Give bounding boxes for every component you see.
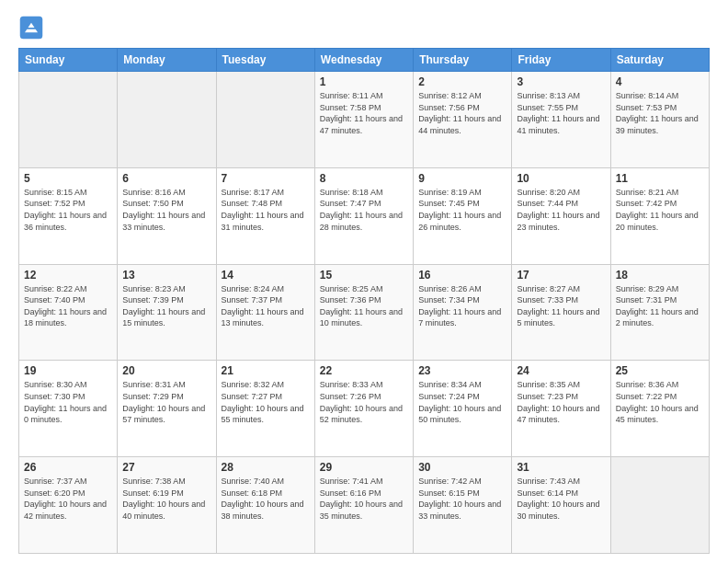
day-cell: 5Sunrise: 8:15 AM Sunset: 7:52 PM Daylig… [19,167,118,264]
day-number: 4 [616,75,704,88]
day-info: Sunrise: 8:25 AM Sunset: 7:36 PM Dayligh… [320,283,408,329]
day-cell: 4Sunrise: 8:14 AM Sunset: 7:53 PM Daylig… [610,72,709,168]
day-cell [19,72,118,168]
day-cell: 21Sunrise: 8:32 AM Sunset: 7:27 PM Dayli… [216,361,314,457]
week-row-5: 26Sunrise: 7:37 AM Sunset: 6:20 PM Dayli… [19,457,710,554]
day-number: 20 [122,364,210,377]
day-number: 22 [320,364,408,377]
col-header-friday: Friday [512,49,610,72]
day-number: 29 [320,461,408,474]
day-info: Sunrise: 8:13 AM Sunset: 7:55 PM Dayligh… [517,90,605,136]
header [18,15,710,40]
calendar-header-row: SundayMondayTuesdayWednesdayThursdayFrid… [19,49,710,72]
day-number: 3 [517,75,605,88]
day-number: 8 [320,172,408,185]
day-info: Sunrise: 7:40 AM Sunset: 6:18 PM Dayligh… [222,476,310,522]
week-row-3: 12Sunrise: 8:22 AM Sunset: 7:40 PM Dayli… [19,264,710,361]
day-info: Sunrise: 8:17 AM Sunset: 7:48 PM Dayligh… [222,187,310,233]
day-cell: 15Sunrise: 8:25 AM Sunset: 7:36 PM Dayli… [314,264,413,361]
day-number: 6 [122,172,210,185]
day-number: 11 [616,172,704,185]
logo-icon [18,15,44,40]
day-cell: 2Sunrise: 8:12 AM Sunset: 7:56 PM Daylig… [414,72,512,168]
day-number: 18 [616,269,704,282]
col-header-saturday: Saturday [610,49,709,72]
day-number: 28 [222,461,310,474]
day-number: 30 [418,461,506,474]
day-cell: 31Sunrise: 7:43 AM Sunset: 6:14 PM Dayli… [512,457,610,554]
col-header-wednesday: Wednesday [314,49,413,72]
day-info: Sunrise: 8:19 AM Sunset: 7:45 PM Dayligh… [418,187,506,233]
day-info: Sunrise: 8:34 AM Sunset: 7:24 PM Dayligh… [418,379,506,425]
week-row-4: 19Sunrise: 8:30 AM Sunset: 7:30 PM Dayli… [19,361,710,457]
day-info: Sunrise: 8:26 AM Sunset: 7:34 PM Dayligh… [418,283,506,329]
day-info: Sunrise: 8:29 AM Sunset: 7:31 PM Dayligh… [616,283,704,329]
day-number: 26 [24,461,112,474]
day-number: 14 [222,269,310,282]
day-number: 1 [320,75,408,88]
day-number: 24 [517,364,605,377]
day-number: 17 [517,269,605,282]
day-info: Sunrise: 8:11 AM Sunset: 7:58 PM Dayligh… [320,90,408,136]
day-info: Sunrise: 7:43 AM Sunset: 6:14 PM Dayligh… [517,476,605,522]
day-cell: 22Sunrise: 8:33 AM Sunset: 7:26 PM Dayli… [314,361,413,457]
logo [18,15,48,40]
day-info: Sunrise: 7:42 AM Sunset: 6:15 PM Dayligh… [418,476,506,522]
day-cell: 28Sunrise: 7:40 AM Sunset: 6:18 PM Dayli… [216,457,314,554]
day-cell: 18Sunrise: 8:29 AM Sunset: 7:31 PM Dayli… [610,264,709,361]
day-cell: 27Sunrise: 7:38 AM Sunset: 6:19 PM Dayli… [118,457,216,554]
col-header-sunday: Sunday [19,49,118,72]
day-number: 5 [24,172,112,185]
day-cell: 13Sunrise: 8:23 AM Sunset: 7:39 PM Dayli… [118,264,216,361]
day-cell: 23Sunrise: 8:34 AM Sunset: 7:24 PM Dayli… [414,361,512,457]
day-info: Sunrise: 8:21 AM Sunset: 7:42 PM Dayligh… [616,187,704,233]
day-cell: 16Sunrise: 8:26 AM Sunset: 7:34 PM Dayli… [414,264,512,361]
day-cell: 25Sunrise: 8:36 AM Sunset: 7:22 PM Dayli… [610,361,709,457]
day-cell: 26Sunrise: 7:37 AM Sunset: 6:20 PM Dayli… [19,457,118,554]
day-cell: 19Sunrise: 8:30 AM Sunset: 7:30 PM Dayli… [19,361,118,457]
day-cell: 11Sunrise: 8:21 AM Sunset: 7:42 PM Dayli… [610,167,709,264]
day-cell: 8Sunrise: 8:18 AM Sunset: 7:47 PM Daylig… [314,167,413,264]
day-number: 2 [418,75,506,88]
day-cell [216,72,314,168]
calendar-table: SundayMondayTuesdayWednesdayThursdayFrid… [18,48,710,554]
day-info: Sunrise: 8:31 AM Sunset: 7:29 PM Dayligh… [122,379,210,425]
day-cell: 1Sunrise: 8:11 AM Sunset: 7:58 PM Daylig… [314,72,413,168]
day-info: Sunrise: 8:22 AM Sunset: 7:40 PM Dayligh… [24,283,112,329]
day-info: Sunrise: 8:27 AM Sunset: 7:33 PM Dayligh… [517,283,605,329]
day-number: 16 [418,269,506,282]
day-info: Sunrise: 8:36 AM Sunset: 7:22 PM Dayligh… [616,379,704,425]
day-info: Sunrise: 8:30 AM Sunset: 7:30 PM Dayligh… [24,379,112,425]
day-cell: 10Sunrise: 8:20 AM Sunset: 7:44 PM Dayli… [512,167,610,264]
day-info: Sunrise: 8:20 AM Sunset: 7:44 PM Dayligh… [517,187,605,233]
day-info: Sunrise: 8:24 AM Sunset: 7:37 PM Dayligh… [222,283,310,329]
day-info: Sunrise: 8:12 AM Sunset: 7:56 PM Dayligh… [418,90,506,136]
day-info: Sunrise: 8:18 AM Sunset: 7:47 PM Dayligh… [320,187,408,233]
day-number: 23 [418,364,506,377]
day-info: Sunrise: 7:37 AM Sunset: 6:20 PM Dayligh… [24,476,112,522]
day-number: 19 [24,364,112,377]
svg-rect-2 [27,28,37,29]
col-header-tuesday: Tuesday [216,49,314,72]
day-info: Sunrise: 8:32 AM Sunset: 7:27 PM Dayligh… [222,379,310,425]
day-info: Sunrise: 8:35 AM Sunset: 7:23 PM Dayligh… [517,379,605,425]
day-number: 7 [222,172,310,185]
day-cell: 12Sunrise: 8:22 AM Sunset: 7:40 PM Dayli… [19,264,118,361]
week-row-1: 1Sunrise: 8:11 AM Sunset: 7:58 PM Daylig… [19,72,710,168]
day-info: Sunrise: 8:15 AM Sunset: 7:52 PM Dayligh… [24,187,112,233]
day-info: Sunrise: 8:14 AM Sunset: 7:53 PM Dayligh… [616,90,704,136]
day-cell: 7Sunrise: 8:17 AM Sunset: 7:48 PM Daylig… [216,167,314,264]
day-info: Sunrise: 8:23 AM Sunset: 7:39 PM Dayligh… [122,283,210,329]
day-cell [610,457,709,554]
col-header-monday: Monday [118,49,216,72]
day-cell: 30Sunrise: 7:42 AM Sunset: 6:15 PM Dayli… [414,457,512,554]
day-number: 9 [418,172,506,185]
day-number: 13 [122,269,210,282]
day-number: 12 [24,269,112,282]
col-header-thursday: Thursday [414,49,512,72]
day-number: 27 [122,461,210,474]
day-number: 10 [517,172,605,185]
day-number: 25 [616,364,704,377]
day-info: Sunrise: 7:38 AM Sunset: 6:19 PM Dayligh… [122,476,210,522]
day-number: 21 [222,364,310,377]
